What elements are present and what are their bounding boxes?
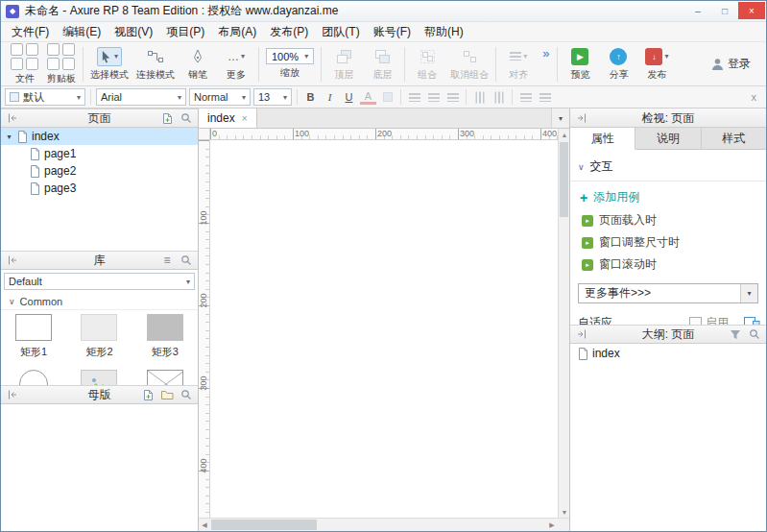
ungroup-button[interactable]: 取消组合: [446, 44, 492, 85]
share-button[interactable]: ↑ 分享: [599, 44, 637, 85]
menu-view[interactable]: 视图(V): [108, 22, 159, 42]
horizontal-scroll-thumb[interactable]: [211, 520, 317, 530]
send-to-back-button[interactable]: 底层: [363, 44, 401, 85]
menu-publish[interactable]: 发布(P): [263, 22, 315, 42]
menu-project[interactable]: 项目(P): [159, 22, 211, 42]
align-right-button[interactable]: [444, 88, 461, 106]
search-icon[interactable]: [179, 110, 194, 126]
align-center-button[interactable]: [425, 88, 442, 106]
search-icon[interactable]: [747, 326, 762, 342]
page-tree-item-page3[interactable]: page3: [1, 180, 198, 197]
vertical-scrollbar[interactable]: ▲ ▼: [558, 129, 569, 518]
minimize-button[interactable]: –: [684, 2, 711, 19]
search-icon[interactable]: [179, 387, 194, 402]
tab-index[interactable]: index ×: [199, 109, 257, 128]
login-button[interactable]: 登录: [711, 56, 760, 72]
bold-button[interactable]: B: [302, 88, 319, 106]
menu-team[interactable]: 团队(T): [315, 22, 366, 42]
vertical-scroll-thumb[interactable]: [560, 142, 568, 217]
tab-properties[interactable]: 属性: [570, 128, 635, 150]
connect-mode-button[interactable]: 连接模式: [132, 44, 179, 85]
align-left-button[interactable]: [406, 88, 422, 106]
horizontal-scrollbar[interactable]: ◀ ▶: [199, 518, 558, 531]
menu-edit[interactable]: 编辑(E): [56, 22, 108, 42]
collapse-panel-icon[interactable]: [574, 326, 589, 342]
expand-arrow-icon[interactable]: ▾: [5, 133, 13, 141]
adaptive-views-icon[interactable]: [744, 317, 760, 325]
collapse-panel-icon[interactable]: [5, 253, 20, 268]
tab-close-icon[interactable]: ×: [242, 113, 248, 124]
page-tree-item-page1[interactable]: page1: [1, 145, 198, 162]
library-select[interactable]: Default ▾: [4, 273, 195, 290]
save-file-icon[interactable]: [11, 58, 23, 70]
font-weight-select[interactable]: Normal ▾: [189, 88, 251, 106]
menu-account[interactable]: 账号(F): [367, 22, 418, 42]
page-tree-item-index[interactable]: ▾ index: [1, 128, 198, 145]
toolbar-overflow-button[interactable]: »: [538, 46, 554, 60]
add-case-link[interactable]: + 添加用例: [570, 181, 766, 209]
library-item-rect1[interactable]: 矩形1: [1, 310, 66, 366]
indent-button[interactable]: [537, 88, 553, 106]
library-item-ellipse[interactable]: [1, 366, 66, 387]
outline-item-index[interactable]: index: [570, 345, 766, 362]
paste-icon[interactable]: [47, 43, 60, 56]
library-item-placeholder[interactable]: [132, 366, 198, 387]
align-middle-button[interactable]: [491, 88, 507, 106]
more-events-select[interactable]: 更多事件>>> ▾: [578, 283, 758, 303]
cut-icon[interactable]: [62, 43, 75, 56]
format-painter-icon[interactable]: [62, 58, 75, 70]
publish-button[interactable]: ↓ ▾ 发布: [637, 44, 676, 85]
collapse-panel-icon[interactable]: [574, 110, 589, 126]
chevron-down-icon: ▾: [283, 93, 287, 102]
preview-button[interactable]: ▶ 预览: [561, 44, 599, 85]
align-top-button[interactable]: [471, 88, 488, 106]
collapse-panel-icon[interactable]: [5, 110, 20, 126]
add-page-icon[interactable]: [159, 110, 175, 126]
font-family-select[interactable]: Arial ▾: [96, 88, 186, 106]
font-color-button[interactable]: A: [360, 90, 376, 105]
menu-help[interactable]: 帮助(H): [418, 22, 470, 42]
event-page-load[interactable]: ▸ 页面载入时: [570, 209, 766, 231]
library-item-image[interactable]: [66, 366, 132, 387]
scroll-right-icon[interactable]: ▶: [546, 520, 558, 531]
italic-button[interactable]: I: [322, 88, 338, 106]
maximize-button[interactable]: □: [711, 2, 738, 19]
style-preset-select[interactable]: 默认 ▾: [5, 88, 85, 106]
page-tree-item-page2[interactable]: page2: [1, 162, 198, 180]
new-file-icon[interactable]: [11, 43, 23, 56]
menu-file[interactable]: 文件(F): [5, 22, 56, 42]
scroll-left-icon[interactable]: ◀: [199, 520, 210, 531]
event-window-scroll[interactable]: ▸ 窗口滚动时: [570, 254, 766, 276]
library-item-rect3[interactable]: 矩形3: [132, 310, 198, 366]
bullet-list-button[interactable]: [517, 88, 534, 106]
filter-icon[interactable]: [728, 326, 743, 342]
tab-style[interactable]: 样式: [702, 128, 766, 149]
print-icon[interactable]: [26, 58, 38, 70]
tab-notes[interactable]: 说明: [635, 128, 701, 149]
tab-list-dropdown[interactable]: ▾: [551, 109, 569, 128]
zoom-select[interactable]: 100% ▾: [266, 48, 314, 64]
bring-to-front-button[interactable]: 顶层: [324, 44, 363, 85]
library-menu-icon[interactable]: ≡: [159, 253, 175, 268]
add-folder-icon[interactable]: [159, 387, 175, 402]
close-button[interactable]: ×: [738, 2, 765, 19]
copy-icon[interactable]: [47, 58, 60, 70]
group-button[interactable]: 组合: [408, 44, 446, 85]
enable-adaptive-checkbox[interactable]: [689, 317, 702, 325]
select-mode-button[interactable]: ▾ 选择模式: [86, 44, 132, 85]
underline-button[interactable]: U: [341, 88, 357, 106]
align-button[interactable]: ▾ 对齐: [499, 44, 538, 85]
library-section-common[interactable]: ∨ Common: [1, 293, 198, 310]
interaction-section-header[interactable]: ∨ 交互: [570, 150, 766, 181]
pen-tool-button[interactable]: 钢笔: [179, 44, 217, 85]
event-window-resize[interactable]: ▸ 窗口调整尺寸时: [570, 231, 766, 254]
collapse-panel-icon[interactable]: [5, 387, 20, 402]
fill-color-button[interactable]: [379, 88, 395, 106]
design-canvas[interactable]: [210, 140, 558, 518]
open-file-icon[interactable]: [26, 43, 38, 56]
menu-arrange[interactable]: 布局(A): [211, 22, 263, 42]
library-item-rect2[interactable]: 矩形2: [66, 310, 132, 366]
more-tools-button[interactable]: … ▾ 更多: [217, 44, 255, 85]
font-size-select[interactable]: 13 ▾: [253, 88, 292, 106]
search-icon[interactable]: [179, 253, 194, 268]
